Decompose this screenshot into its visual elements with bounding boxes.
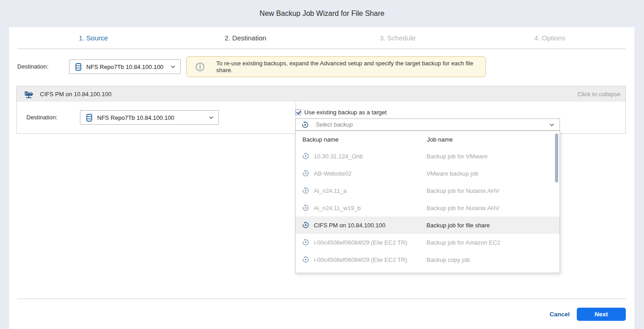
- step-options: 4. Options: [474, 27, 626, 49]
- dropdown-scrollbar[interactable]: [555, 132, 558, 273]
- backup-select-combobox[interactable]: Select backup: [295, 118, 560, 131]
- step-source[interactable]: 1. Source: [17, 27, 169, 49]
- backup-dropdown-row: Ai_n24.11_a Backup job for Nutanix AHV: [296, 182, 560, 199]
- backup-dropdown-rows: 10.30.31.124_Onb Backup job for VMware A…: [296, 147, 560, 273]
- shared-folder-icon: [24, 89, 34, 99]
- destination-value: NFS Repo7Tb 10.84.100.100: [86, 64, 163, 70]
- use-existing-backup-label: Use existing backup as a target: [304, 109, 386, 116]
- column-backup-name: Backup name: [302, 136, 427, 143]
- info-banner-text: To re-use existing backups, expand the A…: [216, 60, 485, 74]
- database-icon: [86, 114, 92, 122]
- chevron-down-icon: [209, 116, 213, 119]
- cancel-button[interactable]: Cancel: [550, 308, 570, 321]
- destination-label: Destination:: [17, 59, 49, 74]
- share-group-header[interactable]: CIFS PM on 10.84.100.100 Click to collap…: [16, 86, 626, 102]
- use-existing-backup-option[interactable]: Use existing backup as a target: [295, 109, 386, 116]
- share-destination-label: Destination:: [26, 110, 58, 125]
- backup-name: CIFS PM on 10.84.100.100: [314, 222, 426, 229]
- restore-point-icon: [302, 255, 310, 264]
- share-destination-select[interactable]: NFS Repo7Tb 10.84.100.100: [80, 110, 219, 125]
- dropdown-scrollbar-thumb[interactable]: [555, 133, 558, 182]
- restore-point-icon: [302, 152, 310, 160]
- backup-dropdown-row: AB-Website02 VMware backup job: [296, 165, 560, 182]
- backup-dropdown-row: Ai_n24.11_w19_b Backup job for Nutanix A…: [296, 199, 560, 216]
- backup-name: i-00c4508ef06084f29 (Elie EC2 TR): [314, 256, 426, 263]
- backup-dropdown-header: Backup name Job name: [296, 131, 560, 147]
- new-backup-job-wizard: New Backup Job Wizard for File Share 1. …: [0, 0, 644, 329]
- restore-point-icon: [302, 221, 310, 229]
- job-name: Backup job for file share: [426, 222, 490, 229]
- collapse-hint: Click to collapse: [578, 91, 620, 98]
- job-name: Backup copy job: [426, 256, 470, 263]
- chevron-down-icon: [550, 123, 554, 126]
- backup-name: 10.30.31.124_Onb: [314, 153, 426, 160]
- restore-point-icon: [302, 273, 310, 273]
- restore-point-icon: [301, 121, 309, 129]
- wizard-steps: 1. Source 2. Destination 3. Schedule 4. …: [17, 27, 626, 49]
- column-job-name: Job name: [427, 136, 453, 143]
- backup-dropdown-row[interactable]: CIFS PM on 10.84.100.100 Backup job for …: [296, 216, 560, 234]
- restore-point-icon: [302, 187, 310, 195]
- backup-name: Ai_n24.11_a: [314, 187, 426, 194]
- backup-select-placeholder: Select backup: [316, 121, 353, 128]
- destination-select[interactable]: NFS Repo7Tb 10.84.100.100: [69, 59, 181, 74]
- checkbox-checked-icon[interactable]: [295, 109, 301, 115]
- job-name: Backup job for VMware: [426, 153, 487, 160]
- footer-divider: [17, 299, 626, 299]
- job-name: Backup job for Nutanix AHV: [426, 187, 499, 194]
- database-icon: [75, 63, 81, 71]
- share-destination-value: NFS Repo7Tb 10.84.100.100: [97, 114, 174, 121]
- backup-dropdown-list: Backup name Job name 10.30.31.124_Onb Ba…: [295, 131, 560, 273]
- backup-dropdown-row: 10.30.31.124_Onb Backup job for VMware: [296, 147, 560, 165]
- backup-dropdown-row: i-00c4508ef06084f29 (Elie EC2 TR) Backup…: [296, 251, 560, 268]
- backup-dropdown-row: [296, 268, 560, 273]
- wizard-panel: 1. Source 2. Destination 3. Schedule 4. …: [9, 27, 634, 329]
- restore-point-icon: [302, 238, 310, 246]
- job-name: Backup job for Amazon EC2: [426, 239, 500, 246]
- step-destination[interactable]: 2. Destination: [169, 27, 322, 49]
- wizard-title: New Backup Job Wizard for File Share: [0, 0, 644, 27]
- backup-dropdown-row: i-00c4508ef06084f29 (Elie EC2 TR) Backup…: [296, 234, 560, 251]
- job-name: Backup job for Nutanix AHV: [426, 205, 499, 211]
- restore-point-icon: [302, 169, 310, 177]
- chevron-down-icon: [171, 65, 175, 68]
- step-schedule: 3. Schedule: [322, 27, 474, 49]
- backup-name: Ai_n24.11_w19_b: [314, 205, 426, 211]
- share-group-title: CIFS PM on 10.84.100.100: [40, 91, 112, 98]
- info-banner: To re-use existing backups, expand the A…: [186, 56, 486, 77]
- next-button[interactable]: Next: [577, 308, 626, 321]
- info-circle-icon: [195, 62, 205, 72]
- backup-name: AB-Website02: [314, 170, 426, 177]
- backup-name: i-00c4508ef06084f29 (Elie EC2 TR): [314, 239, 426, 246]
- job-name: VMware backup job: [426, 170, 478, 177]
- restore-point-icon: [302, 204, 310, 212]
